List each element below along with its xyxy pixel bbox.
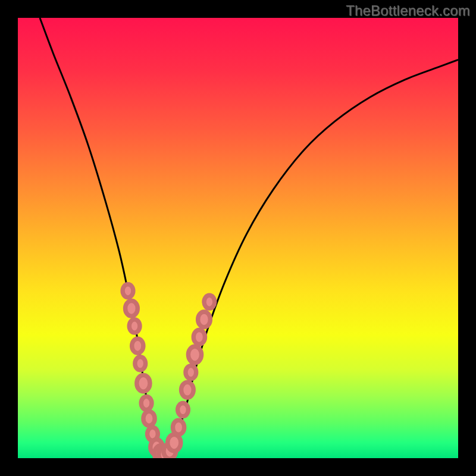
- data-marker: [188, 346, 201, 363]
- data-marker: [178, 403, 189, 416]
- data-marker: [204, 295, 215, 308]
- data-marker: [173, 420, 184, 434]
- data-marker: [186, 366, 196, 379]
- data-marker: [181, 382, 194, 397]
- data-marker: [135, 357, 146, 370]
- data-marker: [137, 375, 150, 392]
- data-marker: [193, 330, 205, 344]
- data-marker: [132, 339, 143, 353]
- plot-area: [18, 18, 458, 458]
- data-marker: [126, 300, 138, 316]
- data-marker: [129, 320, 140, 333]
- bottleneck-curve: [40, 18, 458, 455]
- watermark-text: TheBottleneck.com: [346, 2, 470, 19]
- data-marker: [168, 434, 181, 451]
- chart-stage: TheBottleneck.com: [0, 0, 476, 476]
- data-marker: [143, 411, 155, 425]
- curve-layer: [18, 18, 458, 458]
- curve-markers: [123, 284, 215, 458]
- data-marker: [198, 312, 211, 327]
- data-marker: [123, 284, 133, 298]
- data-marker: [141, 396, 152, 409]
